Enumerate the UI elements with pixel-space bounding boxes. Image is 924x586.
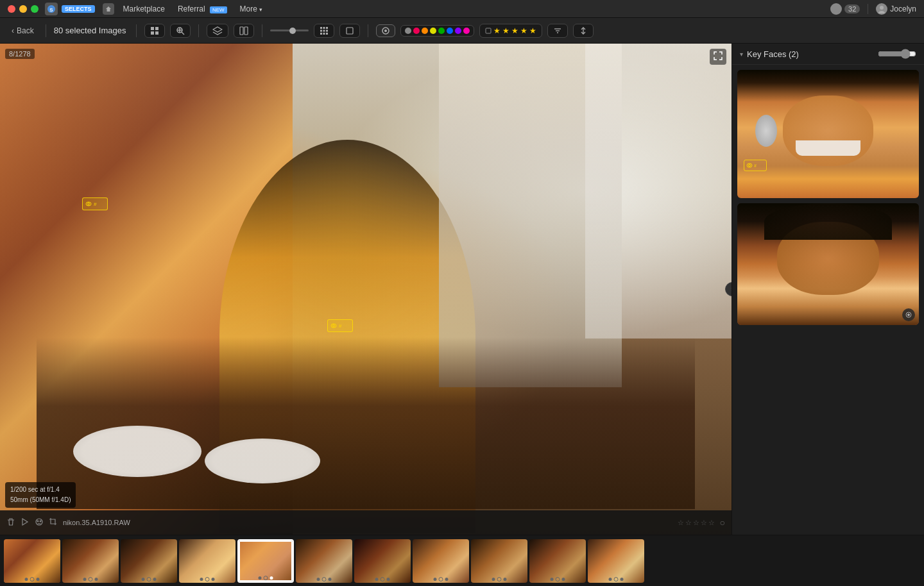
table-area xyxy=(37,337,695,509)
svg-point-43 xyxy=(908,314,910,316)
svg-point-38 xyxy=(37,521,38,522)
color-dot-orange[interactable] xyxy=(422,28,428,34)
filmstrip-item-11[interactable] xyxy=(588,539,644,583)
color-dot-grey[interactable] xyxy=(405,28,411,34)
sort-button[interactable] xyxy=(573,24,594,38)
emoji-button[interactable] xyxy=(35,517,44,528)
color-filter-dots[interactable] xyxy=(400,25,474,37)
image-circle-button[interactable]: ○ xyxy=(720,517,725,528)
zoom-button[interactable] xyxy=(170,24,191,38)
svg-rect-15 xyxy=(244,27,248,35)
star-4[interactable]: ★ xyxy=(520,26,527,35)
window-controls xyxy=(8,5,38,13)
image-counter: 8/1278 xyxy=(5,49,35,59)
face-detect-panel-1[interactable]: # xyxy=(744,160,767,171)
color-dot-yellow[interactable] xyxy=(430,28,436,34)
thumb-circle-3 xyxy=(147,577,151,582)
minimize-button[interactable] xyxy=(19,5,27,13)
color-dot-green[interactable] xyxy=(438,28,445,34)
panel-collapse-button[interactable]: ▾ xyxy=(740,51,743,58)
star-2[interactable]: ★ xyxy=(502,26,509,35)
filter-button[interactable] xyxy=(547,24,568,38)
maximize-button[interactable] xyxy=(31,5,38,13)
nav-referral[interactable]: Referral NEW xyxy=(178,4,227,13)
thumb-indicators-6 xyxy=(317,577,332,582)
filmstrip-item-7[interactable] xyxy=(354,539,411,583)
fullscreen-button[interactable] xyxy=(710,49,726,65)
kitchen-background xyxy=(585,44,732,339)
thumb-circle-2 xyxy=(89,577,93,582)
thumb-dot-11 xyxy=(317,578,320,581)
single-view-button[interactable] xyxy=(339,24,360,38)
color-dot-red[interactable] xyxy=(413,28,420,34)
face-card-1[interactable]: # xyxy=(737,70,919,198)
panel-slider[interactable] xyxy=(878,49,916,59)
nav-more[interactable]: More ▾ xyxy=(240,4,263,13)
img-star-5[interactable]: ☆ xyxy=(708,519,715,527)
divider xyxy=(868,4,868,14)
star-1[interactable]: ★ xyxy=(493,26,501,35)
slider-thumb[interactable] xyxy=(289,28,296,34)
nav-marketplace[interactable]: Marketplace xyxy=(123,4,165,13)
thumb-dot-20 xyxy=(562,578,565,581)
flag-button[interactable] xyxy=(21,517,30,528)
titlebar-nav: Marketplace Referral NEW More ▾ xyxy=(123,4,831,13)
user-area: Jocelyn xyxy=(876,3,916,15)
filmstrip-item-9[interactable] xyxy=(471,539,527,583)
filmstrip-item-6[interactable] xyxy=(296,539,352,583)
zoom-slider[interactable] xyxy=(270,29,309,31)
compare-button[interactable] xyxy=(234,24,254,38)
toolbar-separator-2 xyxy=(136,24,137,37)
referral-new-badge: NEW xyxy=(210,6,227,13)
circle-dot-button[interactable] xyxy=(376,24,395,37)
thumb-indicators-9 xyxy=(492,577,507,582)
img-star-4[interactable]: ☆ xyxy=(701,519,707,527)
image-stars[interactable]: ☆ ☆ ☆ ☆ ☆ xyxy=(678,519,715,527)
back-button[interactable]: ‹ Back xyxy=(8,24,38,38)
filmstrip-item-8[interactable] xyxy=(413,539,469,583)
star-3[interactable]: ★ xyxy=(511,26,518,35)
face-card-2[interactable] xyxy=(737,203,919,325)
grid-view-button[interactable] xyxy=(144,24,165,38)
close-button[interactable] xyxy=(8,5,15,13)
filmstrip-item-4[interactable] xyxy=(179,539,235,583)
star-rating-filter[interactable]: ★ ★ ★ ★ ★ xyxy=(479,24,542,38)
svg-point-40 xyxy=(747,163,752,167)
color-dot-blue[interactable] xyxy=(447,28,453,34)
thumb-indicators-2 xyxy=(83,577,98,582)
color-dot-pink[interactable] xyxy=(463,28,470,34)
delete-button[interactable] xyxy=(6,517,15,528)
filmstrip-item-1[interactable] xyxy=(4,539,60,583)
notification-count[interactable]: 32 xyxy=(844,4,860,13)
star-5[interactable]: ★ xyxy=(529,26,536,35)
face-detect-overlay-1[interactable]: # xyxy=(82,197,108,210)
slider-track[interactable] xyxy=(270,29,309,31)
layers-button[interactable] xyxy=(207,24,228,38)
filmstrip[interactable] xyxy=(0,535,924,586)
svg-rect-24 xyxy=(326,33,328,35)
img-star-3[interactable]: ☆ xyxy=(693,519,699,527)
filmstrip-item-3[interactable] xyxy=(121,539,177,583)
color-dot-purple[interactable] xyxy=(455,28,461,34)
filmstrip-item-2[interactable] xyxy=(62,539,119,583)
home-icon[interactable] xyxy=(103,3,114,15)
filmstrip-item-10[interactable] xyxy=(529,539,586,583)
filmstrip-item-5-active[interactable] xyxy=(237,539,294,583)
image-bottom-bar: nikon.35.A1910.RAW ☆ ☆ ☆ ☆ ☆ ○ xyxy=(0,510,732,535)
image-viewer: 8/1278 xyxy=(0,44,732,535)
face-hash-1: # xyxy=(94,201,96,207)
shutter-info: 1/200 sec at f/1.4 xyxy=(10,485,71,495)
svg-point-2 xyxy=(834,6,838,10)
svg-rect-20 xyxy=(323,29,325,31)
thumb-circle-4 xyxy=(205,577,210,582)
panel-header: ▾ Key Faces (2) xyxy=(732,44,924,65)
img-star-2[interactable]: ☆ xyxy=(685,519,692,527)
thumb-dot-13 xyxy=(375,578,379,581)
svg-point-35 xyxy=(331,324,336,328)
grid-size-button[interactable] xyxy=(314,24,334,38)
svg-rect-21 xyxy=(326,29,328,31)
crop-button[interactable] xyxy=(49,517,58,528)
face-detect-overlay-2[interactable]: # xyxy=(327,319,353,332)
img-star-1[interactable]: ☆ xyxy=(678,519,684,527)
face-badge-2 xyxy=(902,308,915,321)
